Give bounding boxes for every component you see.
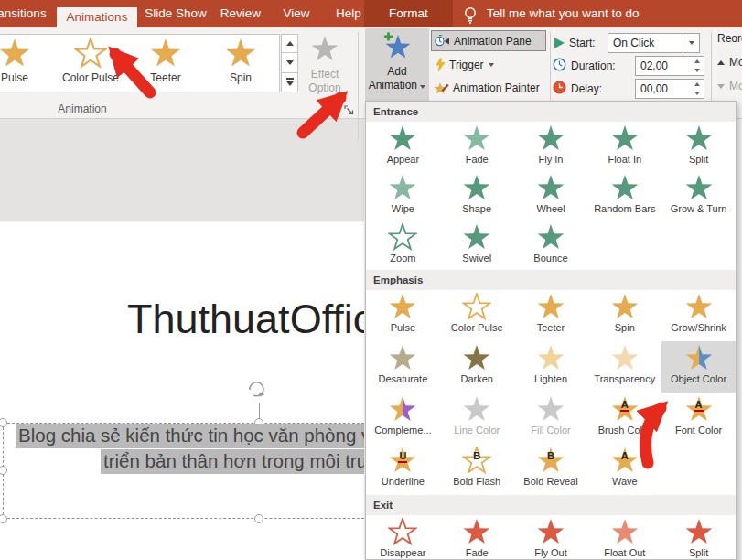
resize-handle-bottom-center[interactable]	[254, 514, 263, 523]
delay-clock-icon	[553, 81, 566, 97]
animation-option-label: Fade	[440, 154, 514, 165]
animation-option-bold-flash[interactable]: BBold Flash	[440, 444, 514, 495]
add-animation-label-2: Animation	[365, 79, 429, 92]
delay-down-button[interactable]	[690, 89, 704, 98]
section-grid-emphasis: PulseColor PulseTeeterSpinGrow/ShrinkDes…	[366, 290, 736, 495]
animation-option-label: Swivel	[440, 253, 514, 264]
swivel-star-icon	[462, 223, 491, 253]
tab-format[interactable]: Format	[364, 0, 453, 27]
dropdown-caret-icon	[420, 85, 425, 89]
animation-option-fade[interactable]: Fade	[440, 122, 514, 171]
resize-handle-middle-left[interactable]	[0, 466, 7, 475]
animation-option-wave[interactable]: AWave	[587, 444, 661, 495]
animation-option-shape[interactable]: Shape	[440, 171, 514, 221]
animation-option-font-color[interactable]: AFont Color	[661, 393, 736, 444]
desaturate-star-icon	[388, 344, 417, 373]
duration-spinbox[interactable]: 02,00	[635, 56, 704, 76]
tab-animations[interactable]: Animations	[57, 7, 137, 27]
move-later-button[interactable]: Mov	[717, 80, 742, 92]
animation-option-lighten[interactable]: Lighten	[514, 341, 588, 393]
start-combobox[interactable]: On Click	[608, 33, 700, 53]
animation-option-label: Color Pulse	[440, 322, 514, 333]
animation-option-bold-reveal[interactable]: BBold Reveal	[514, 444, 588, 495]
animation-option-bounce[interactable]: Bounce	[514, 221, 588, 270]
start-dropdown-button[interactable]	[683, 34, 699, 52]
animation-option-label: Fly Out	[514, 547, 588, 558]
gallery-item-teeter[interactable]: Teeter	[124, 36, 207, 91]
animation-option-random-bars[interactable]: Random Bars	[587, 171, 661, 221]
font-color-star-icon: A	[684, 395, 714, 425]
gallery-item-color-pulse[interactable]: Color Pulse	[49, 36, 132, 91]
animation-option-grow-shrink[interactable]: Grow/Shrink	[661, 290, 736, 341]
animation-option-color-pulse[interactable]: Color Pulse	[440, 290, 514, 341]
delay-spinbox[interactable]: 00,00	[635, 79, 704, 99]
animation-style-gallery: PulseColor PulseTeeterSpin	[0, 34, 280, 92]
animation-option-compleme[interactable]: Compleme...	[366, 393, 440, 444]
tab-help[interactable]: Help	[327, 0, 371, 27]
reorder-title: Reorder	[717, 32, 742, 45]
gallery-more-button[interactable]	[281, 73, 298, 92]
tab-view[interactable]: View	[275, 0, 317, 27]
trigger-button[interactable]: Trigger	[431, 54, 494, 75]
animation-option-darken[interactable]: Darken	[440, 341, 514, 393]
letter-glyph: A	[610, 400, 640, 410]
tab-ansitions[interactable]: ansitions	[0, 0, 48, 27]
delay-label: Delay:	[571, 82, 602, 95]
animation-painter-button[interactable]: Animation Painter	[431, 77, 540, 98]
animation-option-zoom[interactable]: Zoom	[366, 221, 440, 270]
animation-option-float-out[interactable]: Float Out	[587, 515, 661, 560]
animation-option-fade[interactable]: Fade	[440, 515, 514, 560]
animation-option-wheel[interactable]: Wheel	[514, 171, 588, 221]
animation-option-line-color[interactable]: Line Color	[440, 393, 514, 444]
letter-glyph: B	[536, 451, 565, 461]
animation-option-underline[interactable]: UUnderline	[366, 444, 440, 495]
animation-option-grow-turn[interactable]: Grow & Turn	[661, 171, 736, 221]
animation-pane-button[interactable]: Animation Pane	[431, 30, 546, 51]
dialog-launcher-button[interactable]	[344, 103, 356, 115]
animation-option-brush-color[interactable]: ABrush Color	[587, 393, 661, 444]
animation-option-teeter[interactable]: Teeter	[514, 290, 588, 341]
animation-option-disappear[interactable]: Disappear	[366, 515, 440, 560]
move-earlier-button[interactable]: Mov	[717, 56, 742, 69]
slide[interactable]: ThuthuatOffic Blog chia sẻ kiến thức tin…	[0, 222, 364, 560]
gallery-scroll-up-button[interactable]	[281, 34, 298, 53]
animation-option-fly-out[interactable]: Fly Out	[514, 515, 588, 560]
animation-option-fly-in[interactable]: Fly In	[514, 122, 588, 171]
gallery-scroll-down-button[interactable]	[281, 53, 298, 72]
slide-title-text[interactable]: ThuthuatOffic	[127, 296, 364, 343]
add-animation-button[interactable]: Add Animation	[365, 28, 429, 101]
animation-option-spin[interactable]: Spin	[587, 290, 661, 341]
tell-me-lightbulb-icon	[462, 5, 479, 27]
animation-option-split[interactable]: Split	[661, 515, 736, 560]
animation-option-float-in[interactable]: Float In	[587, 122, 661, 171]
animation-option-wipe[interactable]: Wipe	[366, 171, 440, 221]
animation-option-label: Wheel	[514, 203, 588, 214]
animation-option-desaturate[interactable]: Desaturate	[366, 341, 440, 393]
animation-option-transparency[interactable]: Transparency	[587, 341, 661, 393]
animation-option-appear[interactable]: Appear	[366, 122, 440, 171]
zoom-star-icon	[388, 223, 417, 253]
group-separator	[358, 32, 359, 140]
gallery-item-spin[interactable]: Spin	[199, 36, 282, 91]
selected-text-line-1[interactable]: Blog chia sẻ kiến thức tin học văn phòng…	[16, 424, 364, 448]
animation-option-object-color[interactable]: Object Color	[661, 341, 736, 393]
delay-up-button[interactable]	[690, 80, 704, 89]
section-grid-exit: DisappearFadeFly OutFloat OutSplit	[366, 515, 736, 560]
gallery-item-pulse[interactable]: Pulse	[0, 36, 56, 91]
animation-option-split[interactable]: Split	[661, 122, 736, 171]
resize-handle-top-left[interactable]	[0, 418, 7, 427]
tell-me-box[interactable]: Tell me what you want to do	[487, 0, 640, 27]
animation-option-label: Fade	[440, 547, 514, 558]
duration-down-button[interactable]	[690, 66, 704, 75]
tab-review[interactable]: Review	[214, 0, 267, 27]
animation-option-fill-color[interactable]: Fill Color	[514, 393, 588, 444]
resize-handle-bottom-left[interactable]	[0, 514, 7, 523]
rotate-handle[interactable]	[245, 380, 267, 404]
animation-option-pulse[interactable]: Pulse	[366, 290, 440, 341]
animation-pane-icon	[435, 35, 450, 48]
selected-text-line-2[interactable]: triển bản thân hơn trong môi trường c	[101, 449, 364, 474]
tab-slide-show[interactable]: Slide Show	[143, 0, 209, 27]
animation-option-swivel[interactable]: Swivel	[440, 221, 514, 270]
duration-up-button[interactable]	[690, 57, 704, 66]
letter-glyph: A	[610, 451, 640, 461]
